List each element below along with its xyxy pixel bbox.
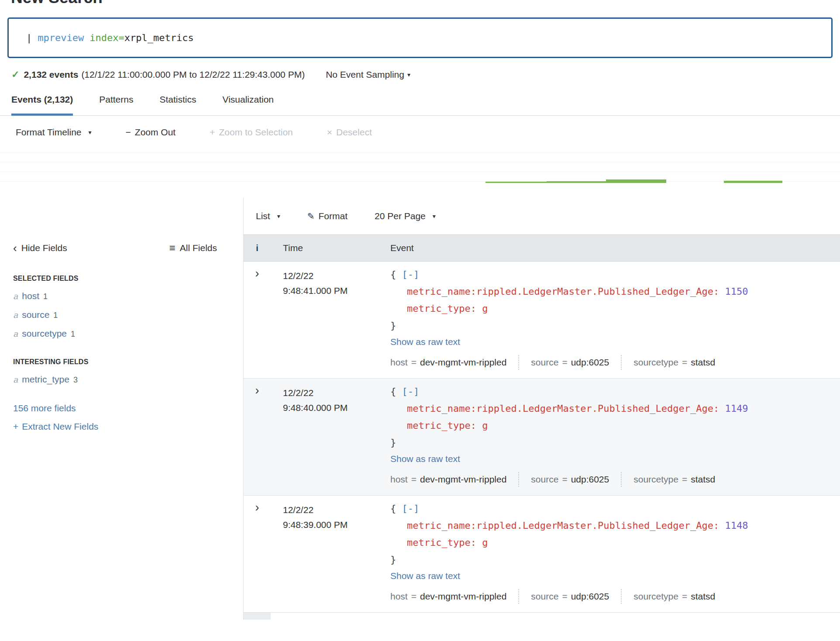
- extract-new-fields-link[interactable]: + Extract New Fields: [13, 421, 243, 432]
- meta-source-value: udp:6025: [571, 474, 609, 485]
- fields-header: ‹ Hide Fields ≡ All Fields: [0, 234, 243, 262]
- plus-icon: +: [13, 421, 18, 432]
- per-page-dropdown[interactable]: 20 Per Page ▾: [375, 211, 436, 221]
- expand-cell: ›: [244, 496, 271, 612]
- zoom-to-selection-label: Zoom to Selection: [219, 127, 293, 138]
- plus-icon: +: [210, 127, 215, 138]
- json-colon: :: [471, 420, 476, 431]
- format-button[interactable]: ✎ Format: [307, 211, 348, 221]
- json-colon: :: [713, 403, 719, 414]
- json-open-brace: {: [390, 386, 396, 397]
- all-fields-button[interactable]: ≡ All Fields: [169, 242, 217, 254]
- meta-sourcetype[interactable]: sourcetype = statsd: [633, 591, 715, 602]
- field-type-a-icon: a: [13, 310, 18, 320]
- meta-separator: [621, 472, 622, 487]
- meta-host[interactable]: host = dev-mgmt-vm-rippled: [390, 591, 506, 602]
- table-row: › 12/2/22 9:48:39.000 PM { [-] metric_na…: [244, 496, 840, 613]
- meta-host-label: host: [390, 474, 408, 485]
- json-collapse-link[interactable]: [-]: [402, 503, 420, 514]
- json-colon: :: [471, 537, 476, 548]
- tab-events[interactable]: Events (2,132): [11, 94, 73, 116]
- show-raw-link[interactable]: Show as raw text: [390, 571, 460, 581]
- json-colon: :: [713, 520, 719, 531]
- search-input[interactable]: | mpreview index= xrpl_metrics: [7, 17, 833, 58]
- tab-statistics[interactable]: Statistics: [159, 94, 196, 115]
- json-collapse-link[interactable]: [-]: [402, 386, 420, 397]
- json-key-metric-name[interactable]: metric_name:rippled.LedgerMaster.Publish…: [407, 520, 713, 531]
- list-view-dropdown[interactable]: List ▾: [256, 211, 280, 221]
- time-range: (12/1/22 11:00:00.000 PM to 12/2/22 11:2…: [81, 69, 305, 80]
- meta-source[interactable]: source = udp:6025: [531, 474, 609, 485]
- event-cell: { [-] metric_name:rippled.LedgerMaster.P…: [383, 496, 840, 612]
- field-item-source[interactable]: a source 1: [13, 310, 243, 320]
- event-timeline-chart[interactable]: [0, 145, 840, 186]
- more-fields-link[interactable]: 156 more fields: [13, 403, 243, 414]
- meta-host[interactable]: host = dev-mgmt-vm-rippled: [390, 357, 506, 368]
- info-column-header: i: [244, 243, 271, 253]
- events-area: List ▾ ✎ Format 20 Per Page ▾ i Time Eve…: [243, 198, 840, 620]
- meta-host[interactable]: host = dev-mgmt-vm-rippled: [390, 474, 506, 485]
- field-type-a-icon: a: [13, 291, 18, 301]
- tab-patterns[interactable]: Patterns: [99, 94, 133, 115]
- json-key-metric-name[interactable]: metric_name:rippled.LedgerMaster.Publish…: [407, 286, 713, 297]
- meta-separator: [621, 355, 622, 370]
- meta-host-label: host: [390, 591, 408, 602]
- meta-source[interactable]: source = udp:6025: [531, 357, 609, 368]
- json-key-metric-type[interactable]: metric_type: [407, 537, 471, 548]
- meta-sourcetype-value: statsd: [691, 474, 715, 485]
- main-content: ‹ Hide Fields ≡ All Fields SELECTED FIEL…: [0, 198, 840, 620]
- meta-eq: =: [411, 591, 417, 602]
- json-value-type[interactable]: g: [482, 537, 488, 548]
- check-icon: ✓: [11, 69, 19, 80]
- event-sampling-dropdown[interactable]: No Event Sampling ▾: [326, 69, 410, 80]
- json-value-type[interactable]: g: [482, 420, 488, 431]
- json-colon: :: [713, 286, 719, 297]
- event-time-cell: 12/2/22 9:48:39.000 PM: [271, 496, 383, 612]
- meta-sourcetype[interactable]: sourcetype = statsd: [633, 357, 715, 368]
- json-value-type[interactable]: g: [482, 303, 488, 314]
- search-command-token: mpreview: [38, 32, 84, 43]
- field-item-sourcetype[interactable]: a sourcetype 1: [13, 328, 243, 339]
- field-type-a-icon: a: [13, 329, 18, 338]
- json-close-brace: }: [390, 320, 396, 331]
- show-raw-link[interactable]: Show as raw text: [390, 454, 460, 464]
- meta-host-label: host: [390, 357, 408, 368]
- json-key-metric-name[interactable]: metric_name:rippled.LedgerMaster.Publish…: [407, 403, 713, 414]
- json-key-metric-type[interactable]: metric_type: [407, 303, 471, 314]
- meta-host-value: dev-mgmt-vm-rippled: [420, 591, 506, 602]
- meta-source-value: udp:6025: [571, 357, 609, 368]
- chevron-right-icon[interactable]: ›: [255, 267, 259, 280]
- page-title: New Search: [11, 0, 103, 7]
- tab-visualization[interactable]: Visualization: [223, 94, 274, 115]
- json-value-metric[interactable]: 1150: [725, 286, 748, 297]
- table-row-partial: [244, 613, 840, 620]
- meta-source[interactable]: source = udp:6025: [531, 591, 609, 602]
- caret-down-icon: ▾: [407, 71, 410, 78]
- meta-eq: =: [411, 357, 417, 368]
- json-key-metric-type[interactable]: metric_type: [407, 420, 471, 431]
- format-timeline-button[interactable]: Format Timeline ▾: [16, 127, 92, 138]
- event-date: 12/2/22: [283, 503, 383, 517]
- fields-list: SELECTED FIELDS a host 1 a source 1 a so…: [0, 275, 243, 432]
- json-collapse-link[interactable]: [-]: [402, 269, 420, 280]
- chevron-right-icon[interactable]: ›: [255, 384, 259, 397]
- expand-cell: ›: [244, 262, 271, 378]
- field-item-host[interactable]: a host 1: [13, 291, 243, 301]
- field-name: sourcetype: [22, 328, 67, 339]
- hide-fields-button[interactable]: ‹ Hide Fields: [13, 242, 67, 254]
- meta-sourcetype[interactable]: sourcetype = statsd: [633, 474, 715, 485]
- meta-source-label: source: [531, 591, 558, 602]
- json-value-metric[interactable]: 1149: [725, 403, 748, 414]
- event-sampling-label: No Event Sampling: [326, 69, 404, 80]
- field-item-metric-type[interactable]: a metric_type 3: [13, 374, 243, 385]
- meta-separator: [518, 355, 519, 370]
- meta-sourcetype-label: sourcetype: [633, 474, 678, 485]
- event-cell: { [-] metric_name:rippled.LedgerMaster.P…: [383, 379, 840, 495]
- meta-separator: [518, 472, 519, 487]
- json-value-metric[interactable]: 1148: [725, 520, 748, 531]
- caret-down-icon: ▾: [277, 213, 280, 220]
- chevron-right-icon[interactable]: ›: [255, 501, 259, 514]
- field-count: 1: [43, 292, 48, 301]
- show-raw-link[interactable]: Show as raw text: [390, 337, 460, 347]
- zoom-out-button[interactable]: − Zoom Out: [126, 127, 176, 138]
